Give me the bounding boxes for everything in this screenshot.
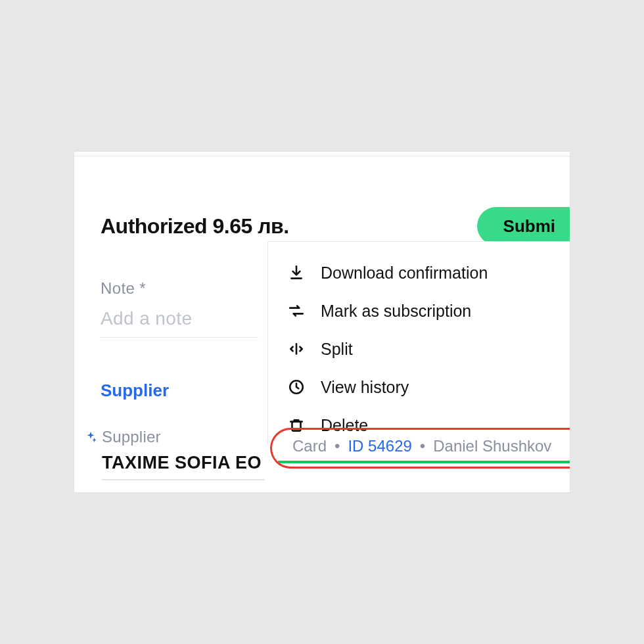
menu-item-split[interactable]: Split [268,330,570,368]
svg-rect-1 [292,422,301,431]
separator-dot: • [334,437,340,455]
cardholder-name: Daniel Shushkov [433,437,551,455]
note-label: Note * [101,279,146,298]
separator-dot: • [420,437,425,455]
submit-button[interactable]: Submi [477,207,570,245]
note-input[interactable] [101,304,258,338]
menu-item-subscription[interactable]: Mark as subscription [268,292,570,330]
sparkle-icon [83,430,98,445]
expense-panel: Authorized 9.65 лв. Submi Note * Supplie… [74,152,570,492]
actions-menu: Download confirmation Mark as subscripti… [267,241,570,444]
supplier-field-label: Supplier [102,428,161,446]
divider [74,156,570,156]
menu-item-label: Mark as subscription [321,302,471,321]
menu-item-history[interactable]: View history [268,368,570,406]
download-icon [287,263,306,283]
clock-icon [287,377,306,397]
refresh-icon [287,301,306,321]
menu-item-label: Download confirmation [321,264,488,283]
divider [102,479,265,480]
menu-item-label: View history [321,378,409,397]
card-id-link[interactable]: ID 54629 [348,437,411,455]
accent-line [278,461,570,463]
menu-item-download[interactable]: Download confirmation [268,254,570,292]
tab-supplier[interactable]: Supplier [101,380,169,401]
card-label: Card [292,437,327,455]
menu-item-label: Split [321,340,353,359]
card-info-row: Card • ID 54629 • Daniel Shushkov [292,437,570,455]
supplier-value: TAXIME SOFIA EO [102,453,262,473]
split-icon [287,339,306,359]
menu-item-label: Delete [321,416,368,435]
header: Authorized 9.65 лв. Submi [101,207,570,245]
trash-icon [287,415,306,435]
page-title: Authorized 9.65 лв. [101,214,289,239]
